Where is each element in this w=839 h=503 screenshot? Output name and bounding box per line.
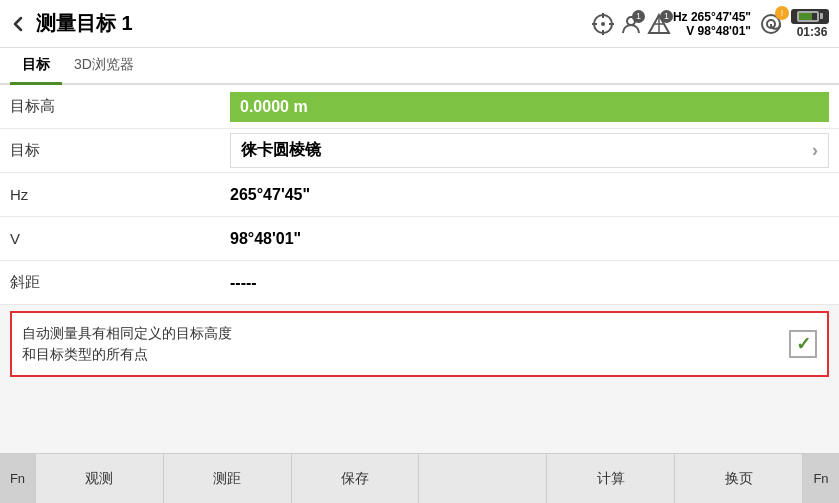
hz-label: Hz: [10, 186, 230, 203]
tab-3d-browser[interactable]: 3D浏览器: [62, 48, 146, 85]
user-icon: 1: [617, 10, 645, 38]
svg-point-5: [601, 22, 605, 26]
target-value[interactable]: 徕卡圆棱镜 ›: [230, 133, 829, 168]
crosshair-icon: [589, 10, 617, 38]
battery-icon: [791, 9, 829, 24]
slope-dist-label: 斜距: [10, 273, 230, 292]
auto-measure-checkbox[interactable]: ✓: [789, 330, 817, 358]
auto-measure-label: 自动测量具有相同定义的目标高度 和目标类型的所有点: [22, 323, 779, 365]
header-coords: Hz 265°47'45" V 98°48'01": [673, 10, 751, 38]
toolbar-fn-left[interactable]: Fn: [0, 454, 36, 503]
target-height-row: 目标高 0.0000 m: [0, 85, 839, 129]
user-count-badge: 1: [632, 10, 645, 23]
page-title: 测量目标 1: [36, 10, 589, 37]
toolbar-measure-dist[interactable]: 测距: [164, 454, 292, 503]
target-height-label: 目标高: [10, 97, 230, 116]
v-row: V 98°48'01": [0, 217, 839, 261]
header: 测量目标 1 1 1 Hz 265°47'45" V 98°48'01": [0, 0, 839, 48]
slope-dist-value: -----: [230, 274, 829, 292]
tabs-bar: 目标 3D浏览器: [0, 48, 839, 85]
v-value: 98°48'01": [230, 230, 829, 248]
prism-count-badge: 1: [660, 10, 673, 23]
battery-time: 01:36: [791, 9, 829, 39]
form-content: 目标高 0.0000 m 目标 徕卡圆棱镜 › Hz 265°47'45" V …: [0, 85, 839, 377]
time-display: 01:36: [797, 25, 828, 39]
warning-badge: !: [775, 6, 789, 20]
v-coord: V 98°48'01": [686, 24, 751, 38]
target-row: 目标 徕卡圆棱镜 ›: [0, 129, 839, 173]
checkmark-icon: ✓: [796, 333, 811, 355]
target-label: 目标: [10, 141, 230, 160]
target-height-value[interactable]: 0.0000 m: [230, 92, 829, 122]
hz-row: Hz 265°47'45": [0, 173, 839, 217]
toolbar-fn-right[interactable]: Fn: [803, 454, 839, 503]
back-button[interactable]: [10, 15, 28, 33]
v-label: V: [10, 230, 230, 247]
tab-target[interactable]: 目标: [10, 48, 62, 85]
hz-value: 265°47'45": [230, 186, 829, 204]
at-icon: !: [757, 10, 785, 38]
hz-coord: Hz 265°47'45": [673, 10, 751, 24]
toolbar-observe[interactable]: 观测: [36, 454, 164, 503]
toolbar: Fn 观测 测距 保存 计算 换页 Fn: [0, 453, 839, 503]
toolbar-calculate[interactable]: 计算: [547, 454, 675, 503]
prism-icon: 1: [645, 10, 673, 38]
arrow-right-icon: ›: [812, 140, 818, 161]
auto-measure-checkbox-row[interactable]: 自动测量具有相同定义的目标高度 和目标类型的所有点 ✓: [10, 311, 829, 377]
toolbar-save[interactable]: 保存: [292, 454, 420, 503]
toolbar-empty: [419, 454, 547, 503]
slope-dist-row: 斜距 -----: [0, 261, 839, 305]
toolbar-page-turn[interactable]: 换页: [675, 454, 803, 503]
